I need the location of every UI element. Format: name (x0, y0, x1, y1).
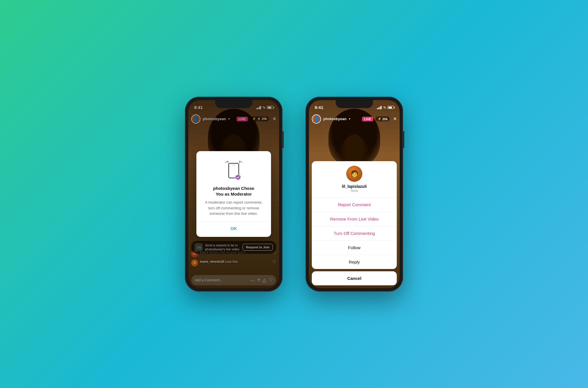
viewers-count-2: 20k (382, 117, 388, 121)
phone-2-screen: 9:41 ∿ 👤 photosbyean ▾ LIVE (309, 100, 400, 288)
live-badge-2: LIVE (362, 117, 373, 121)
sparkle-2 (228, 161, 228, 163)
status-bar-2: 9:41 ∿ (309, 100, 400, 113)
live-header-2: 👤 photosbyean ▾ LIVE ⚡ 20k ✕ (309, 113, 400, 125)
action-username: lil_lapislazuli (316, 184, 392, 189)
phone-outline-icon (228, 163, 239, 178)
phone-2: 9:41 ∿ 👤 photosbyean ▾ LIVE (305, 97, 403, 292)
phones-container: 9:41 ∿ 👤 photosbyean ▾ LIVE (185, 97, 403, 292)
sparkle-3 (239, 161, 242, 163)
signal-icon-2 (377, 106, 382, 109)
action-subtitle: Nora (316, 189, 392, 193)
report-comment-item[interactable]: Report Comment (312, 198, 397, 212)
shield-icon (235, 174, 241, 180)
modal-description: A moderator can report comments, turn of… (203, 200, 264, 217)
time-2: 9:41 (315, 105, 323, 110)
modal-ok-button[interactable]: OK (203, 226, 264, 231)
follow-item[interactable]: Follow (312, 241, 397, 255)
action-sheet: 🧑 lil_lapislazuli Nora Report Comment Re… (309, 158, 400, 288)
moderator-modal: photosbyean Chose You as Moderator A mod… (196, 151, 271, 237)
phone-1-screen: 9:41 ∿ 👤 photosbyean ▾ LIVE (188, 100, 279, 288)
sparkle-4 (239, 161, 240, 163)
remove-from-live-item[interactable]: Remove From Live Video (312, 212, 397, 226)
modal-overlay: photosbyean Chose You as Moderator A mod… (188, 100, 279, 288)
cancel-button[interactable]: Cancel (312, 271, 397, 285)
wifi-icon-2: ∿ (383, 105, 386, 110)
modal-icon-container (224, 159, 244, 182)
chevron-icon-2: ▾ (349, 117, 350, 120)
action-sheet-card: 🧑 lil_lapislazuli Nora Report Comment Re… (312, 161, 397, 269)
lightning-icon-2: ⚡ (378, 117, 382, 121)
username-label-2: photosbyean (323, 117, 347, 121)
action-cancel-card: Cancel (312, 271, 397, 285)
action-sheet-header: 🧑 lil_lapislazuli Nora (312, 161, 397, 198)
close-btn-2[interactable]: ✕ (393, 116, 397, 122)
phone-1: 9:41 ∿ 👤 photosbyean ▾ LIVE (185, 97, 283, 292)
battery-icon-2 (388, 106, 394, 109)
reply-item[interactable]: Reply (312, 255, 397, 269)
status-icons-2: ∿ (377, 105, 394, 110)
viewers-badge-2: ⚡ 20k (376, 116, 390, 121)
avatar-2: 👤 (312, 114, 321, 124)
modal-title: photosbyean Chose You as Moderator (203, 186, 264, 197)
turn-off-commenting-item[interactable]: Turn Off Commenting (312, 226, 397, 241)
modal-divider (196, 222, 271, 222)
action-user-avatar: 🧑 (346, 166, 362, 182)
